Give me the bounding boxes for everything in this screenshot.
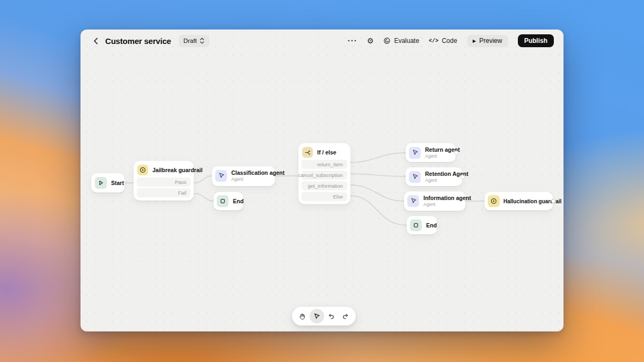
branch-label: get_information [308, 183, 343, 189]
more-options-button[interactable]: ··· [348, 38, 357, 43]
output-port[interactable] [551, 199, 555, 203]
play-outline-icon [95, 177, 107, 189]
evaluate-label: Evaluate [394, 37, 419, 45]
node-retention-agent[interactable]: Retention Agent Agent [406, 167, 462, 186]
agent-builder-window: Customer service Draft ··· ⚙ Evaluate </… [80, 29, 564, 331]
publish-button[interactable]: Publish [518, 34, 554, 47]
code-button[interactable]: </> Code [429, 37, 457, 45]
node-title: End [426, 222, 437, 228]
branch-row-cancel-subscription[interactable]: cancel_subscription [302, 171, 347, 180]
edge-fail-end [194, 194, 214, 201]
node-title: Start [111, 180, 124, 186]
window-header: Customer service Draft ··· ⚙ Evaluate </… [80, 29, 564, 52]
node-title: If / else [317, 149, 336, 156]
node-if-else[interactable]: If / else return_item cancel_subscriptio… [298, 143, 350, 204]
node-title: End [233, 198, 244, 204]
preview-label: Preview [479, 37, 502, 45]
canvas-toolbar [292, 307, 356, 326]
redo-button[interactable] [338, 309, 353, 323]
guardrail-icon [488, 195, 500, 207]
node-jailbreak-guardrail[interactable]: Jailbreak guardrail Pass Fail [134, 161, 194, 201]
agent-cursor-icon [409, 147, 421, 159]
branch-row-get-information[interactable]: get_information [302, 181, 347, 190]
branch-label: Fail [178, 190, 186, 196]
output-port[interactable] [454, 151, 458, 155]
chevron-left-icon [93, 38, 99, 45]
draft-status-dropdown[interactable]: Draft [179, 35, 209, 47]
split-branch-icon [302, 147, 313, 158]
node-title: Classification agent [231, 169, 284, 176]
page-title: Customer service [105, 36, 171, 46]
node-information-agent[interactable]: Information agent Agent [404, 191, 465, 211]
agent-cursor-icon [409, 171, 421, 183]
stop-square-icon [217, 195, 229, 207]
evaluate-button[interactable]: Evaluate [383, 37, 419, 45]
edge-else-end [350, 196, 407, 225]
edge-pass-classification [194, 176, 212, 183]
edge-getinfo-information [350, 185, 404, 201]
preview-button[interactable]: ▶ Preview [467, 35, 508, 47]
node-classification-agent[interactable]: Classification agent Agent [212, 166, 275, 186]
branch-row-return-item[interactable]: return_item [302, 160, 347, 169]
play-icon: ▶ [473, 39, 476, 43]
chevron-updown-icon [200, 38, 204, 44]
node-start[interactable]: Start [91, 173, 125, 193]
agent-cursor-icon [407, 195, 419, 207]
undo-button[interactable] [324, 309, 339, 323]
edge-returnitem-returnagent [350, 153, 406, 162]
branch-row-fail[interactable]: Fail [137, 188, 191, 197]
header-actions: ··· ⚙ Evaluate </> Code ▶ Preview Publis… [348, 34, 554, 47]
node-end-2[interactable]: End [407, 216, 437, 234]
branch-label: cancel_subscription [298, 172, 343, 178]
pan-hand-tool[interactable] [295, 309, 310, 323]
guardrail-icon [137, 165, 148, 175]
code-label: Code [442, 37, 457, 45]
agent-cursor-icon [215, 170, 227, 182]
node-title: Information agent [423, 195, 471, 201]
branch-label: Else [333, 194, 343, 200]
node-end-1[interactable]: End [214, 192, 243, 210]
edge-cancel-retention [350, 174, 406, 176]
node-subtitle: Agent [231, 176, 284, 182]
node-hallucination-guardrail[interactable]: Hallucination guardrail [485, 192, 553, 210]
node-return-agent[interactable]: Return agent Agent [406, 143, 456, 162]
node-subtitle: Agent [423, 202, 471, 207]
evaluate-icon [383, 37, 391, 45]
draft-status-label: Draft [184, 38, 197, 44]
branch-label: return_item [317, 161, 343, 167]
select-cursor-tool[interactable] [310, 309, 324, 323]
stop-square-icon [410, 219, 422, 231]
branch-row-pass[interactable]: Pass [137, 178, 191, 187]
branch-row-else[interactable]: Else [302, 192, 347, 201]
back-button[interactable] [90, 35, 101, 46]
branch-label: Pass [175, 179, 186, 185]
output-port[interactable] [460, 175, 465, 179]
node-title: Jailbreak guardrail [152, 167, 202, 173]
code-icon: </> [429, 38, 438, 44]
settings-gear-icon[interactable]: ⚙ [367, 37, 374, 45]
